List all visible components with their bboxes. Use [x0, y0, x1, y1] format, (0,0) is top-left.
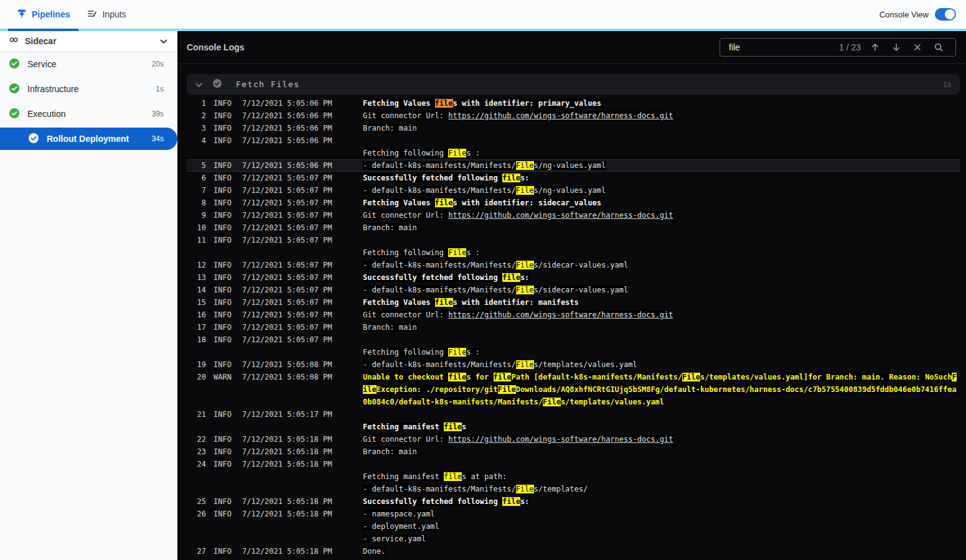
log-message: Fetching following Files : [363, 147, 960, 159]
log-line: Fetching following Files : [187, 346, 960, 358]
search-match-highlight: file [444, 422, 462, 431]
search-match-highlight: file [435, 298, 453, 307]
search-match-highlight: File [448, 248, 466, 257]
step-duration: 20s [152, 60, 164, 68]
log-message: Unable to checkout files for filePath [d… [363, 371, 960, 408]
log-link[interactable]: https://github.com/wings-software/harnes… [448, 435, 673, 444]
step-label: Service [27, 59, 57, 69]
log-message: - default-k8s-manifests/Manifests/Files/… [363, 284, 960, 296]
search-match-highlight: File [516, 161, 534, 170]
log-line: 3INFO7/12/2021 5:05:06 PMBranch: main [187, 122, 960, 134]
step-duration: 1s [156, 85, 164, 93]
stage-title: Sidecar [25, 36, 57, 46]
step-label: Infrastructure [27, 84, 78, 94]
log-line: Fetching following Files : [187, 147, 960, 159]
success-check-icon [9, 83, 20, 96]
search-match-highlight: file [435, 198, 453, 207]
inputs-icon [87, 9, 97, 21]
log-line: 26INFO7/12/2021 5:05:18 PM- namespace.ya… [187, 508, 960, 520]
log-message: - deployment.yaml [363, 520, 960, 533]
close-icon[interactable] [907, 41, 928, 54]
search-match-highlight: File [498, 385, 516, 394]
log-line: 12INFO7/12/2021 5:05:07 PM- default-k8s-… [187, 259, 960, 271]
search-next-icon[interactable] [886, 41, 907, 54]
log-message: Successfully fetched following files: [363, 271, 960, 284]
topbar-accent-strip [0, 29, 966, 31]
success-check-icon [9, 108, 20, 121]
log-line: 23INFO7/12/2021 5:05:18 PMBranch: main [187, 446, 960, 458]
log-message: Branch: main [363, 446, 960, 458]
sidebar-item-service[interactable]: Service 20s [0, 52, 177, 77]
step-label: Rollout Deployment [47, 134, 129, 144]
log-line: Fetching manifest files [187, 421, 960, 433]
search-match-highlight: File [682, 373, 700, 381]
section-title: Fetch Files [236, 80, 300, 89]
log-message: Fetching following Files : [363, 246, 960, 259]
log-line: 9INFO7/12/2021 5:05:07 PMGit connector U… [187, 209, 960, 222]
log-message: - service.yaml [363, 533, 960, 545]
sidebar-item-rollout-deployment[interactable]: Rollout Deployment 34s [0, 128, 177, 150]
log-message [363, 458, 960, 470]
log-line: 10INFO7/12/2021 5:05:07 PMBranch: main [187, 222, 960, 234]
chevron-down-icon[interactable] [195, 79, 202, 90]
sidebar-item-infrastructure[interactable]: Infrastructure 1s [0, 77, 177, 101]
log-link[interactable]: https://github.com/wings-software/harnes… [448, 111, 673, 120]
search-match-highlight: File [516, 186, 534, 195]
log-line: 2INFO7/12/2021 5:05:06 PMGit connector U… [187, 110, 960, 122]
sidebar-stage-header[interactable]: Sidecar [0, 31, 177, 52]
log-line: 16INFO7/12/2021 5:05:07 PMGit connector … [187, 309, 960, 321]
section-status-check-icon [212, 78, 222, 91]
step-duration: 39s [152, 110, 164, 118]
log-line: - service.yaml [187, 533, 960, 545]
log-message: Fetching Values files with identifier: p… [363, 97, 960, 110]
log-list: 1INFO7/12/2021 5:05:06 PMFetching Values… [177, 97, 966, 558]
toggle-knob [945, 9, 955, 19]
log-message [363, 234, 960, 246]
log-line: 5INFO7/12/2021 5:05:06 PM- default-k8s-m… [187, 159, 960, 172]
section-duration: 1s [943, 80, 951, 89]
console-title: Console Logs [187, 42, 245, 52]
log-link[interactable]: https://github.com/wings-software/harnes… [448, 310, 673, 319]
step-label: Execution [27, 109, 65, 119]
log-message: Git connector Url: https://github.com/wi… [363, 209, 960, 222]
tab-inputs[interactable]: Inputs [78, 0, 134, 29]
log-message [363, 408, 960, 421]
log-search-box: 1 / 23 [720, 38, 956, 57]
console-view-toggle[interactable] [935, 8, 956, 21]
log-message: Successfully fetched following files: [363, 495, 960, 508]
log-line: 14INFO7/12/2021 5:05:07 PM- default-k8s-… [187, 284, 960, 296]
log-message: Fetching manifest files at path: [363, 470, 960, 483]
log-line: 24INFO7/12/2021 5:05:18 PM [187, 458, 960, 470]
log-link[interactable]: https://github.com/wings-software/harnes… [448, 211, 673, 220]
log-message [363, 334, 960, 346]
log-line: 18INFO7/12/2021 5:05:07 PM [187, 334, 960, 346]
chevron-down-icon[interactable] [160, 35, 167, 47]
search-input[interactable] [729, 42, 839, 52]
log-message: Fetching Values files with identifier: m… [363, 296, 960, 309]
search-match-highlight: file [502, 497, 520, 506]
search-prev-icon[interactable] [865, 41, 886, 54]
log-section-header[interactable]: Fetch Files 1s [187, 74, 960, 95]
search-icon[interactable] [928, 41, 949, 54]
log-line: 21INFO7/12/2021 5:05:17 PM [187, 408, 960, 421]
success-check-icon-selected [28, 133, 39, 146]
log-message: Branch: main [363, 222, 960, 234]
log-line: Fetching manifest files at path: [187, 470, 960, 483]
search-match-highlight: file [502, 273, 520, 282]
log-line: 7INFO7/12/2021 5:05:07 PM- default-k8s-m… [187, 184, 960, 197]
log-message: - default-k8s-manifests/Manifests/Files/… [363, 259, 960, 271]
log-message: Git connector Url: https://github.com/wi… [363, 110, 960, 122]
search-match-highlight: File [516, 261, 534, 269]
log-line: 6INFO7/12/2021 5:05:07 PMSuccessfully fe… [187, 172, 960, 184]
search-match-highlight: file [502, 174, 520, 182]
log-line: 1INFO7/12/2021 5:05:06 PMFetching Values… [187, 97, 960, 110]
log-line: - default-k8s-manifests/Manifests/Files/… [187, 483, 960, 495]
log-message: - default-k8s-manifests/Manifests/Files/… [363, 184, 960, 197]
log-line: 22INFO7/12/2021 5:05:18 PMGit connector … [187, 433, 960, 446]
sidebar-item-execution[interactable]: Execution 39s [0, 101, 177, 126]
tab-pipelines[interactable]: Pipelines [8, 0, 78, 29]
log-line: 13INFO7/12/2021 5:05:07 PMSuccessfully f… [187, 271, 960, 284]
log-message [363, 134, 960, 147]
stage-step-list: Service 20s Infrastructure 1s Execution … [0, 52, 177, 151]
log-line: 25INFO7/12/2021 5:05:18 PMSuccessfully f… [187, 495, 960, 508]
